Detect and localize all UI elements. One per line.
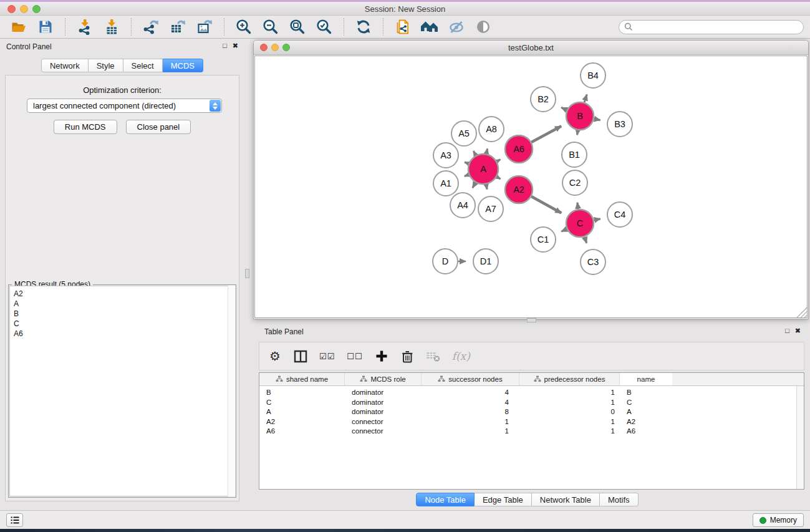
export-network-icon[interactable] (140, 17, 162, 36)
tab-node-table[interactable]: Node Table (416, 493, 475, 506)
mcds-result-list[interactable]: A2ABCA6 (9, 286, 235, 496)
memory-button[interactable]: Memory (753, 513, 804, 527)
table-cell[interactable]: 1 (519, 427, 620, 437)
graph-edge-C-C3[interactable] (584, 237, 586, 243)
table-cell[interactable]: 1 (422, 417, 519, 427)
close-panel-icon[interactable]: ✖ (233, 42, 238, 50)
graph-edge-C-C2[interactable] (577, 203, 578, 209)
open-session-icon[interactable] (7, 17, 30, 36)
graph-edge-B-B4[interactable] (584, 94, 587, 102)
tab-network[interactable]: Network (41, 59, 89, 72)
tab-mcds[interactable]: MCDS (163, 59, 203, 72)
table-cell[interactable]: 1 (519, 417, 620, 427)
table-row[interactable]: Cdominator41C (259, 398, 804, 408)
export-image-icon[interactable] (193, 17, 216, 36)
delete-icon[interactable] (400, 348, 414, 364)
add-column-icon[interactable] (375, 348, 388, 364)
graph-edge-A-A2[interactable] (497, 177, 501, 179)
table-cell[interactable]: dominator (345, 388, 422, 398)
table-cell[interactable]: A6 (259, 427, 345, 437)
table-cell[interactable]: B (620, 388, 672, 398)
table-cell[interactable]: A2 (620, 417, 672, 427)
graph-edge-A-A7[interactable] (486, 185, 487, 190)
table-cell[interactable]: C (620, 398, 672, 408)
column-header-predecessor-nodes[interactable]: predecessor nodes (519, 373, 620, 385)
search-input[interactable] (636, 22, 798, 31)
function-builder-icon[interactable]: f(x) (452, 348, 470, 364)
table-cell[interactable]: 1 (519, 398, 620, 408)
graph-edge-A6-B[interactable] (531, 126, 561, 142)
zoom-selected-icon[interactable] (313, 17, 335, 36)
graph-edge-A-A1[interactable] (465, 175, 469, 177)
tab-network-table[interactable]: Network Table (532, 493, 600, 506)
table-cell[interactable]: C (259, 398, 345, 408)
mcds-result-item[interactable]: B (14, 309, 231, 319)
export-table-icon[interactable] (166, 17, 189, 36)
table-cell[interactable]: A (620, 407, 672, 417)
table-row[interactable]: A2connector11A2 (259, 417, 804, 427)
show-columns-icon[interactable] (294, 348, 307, 364)
table-cell[interactable]: 1 (422, 427, 519, 437)
deselect-all-columns-icon[interactable]: ☐☐ (347, 348, 362, 364)
zoom-fit-icon[interactable] (286, 17, 309, 36)
table-cell[interactable]: A (259, 407, 345, 417)
graph-edge-A-A4[interactable] (473, 183, 476, 188)
import-table-icon[interactable] (100, 17, 123, 36)
graph-edge-C-C4[interactable] (594, 219, 600, 220)
double-home-icon[interactable] (418, 17, 441, 36)
float-table-panel-icon[interactable]: □ (785, 327, 789, 335)
delete-table-icon[interactable] (426, 348, 440, 364)
criterion-dropdown[interactable]: largest connected component (directed) (27, 99, 222, 113)
horizontal-split-grip[interactable] (527, 318, 536, 322)
table-cell[interactable]: A2 (259, 417, 345, 427)
table-cell[interactable]: 4 (422, 398, 519, 408)
zoom-out-icon[interactable] (259, 17, 282, 36)
graph-edge-B-B1[interactable] (577, 130, 578, 135)
table-cell[interactable]: connector (345, 427, 422, 437)
table-cell[interactable]: B (259, 388, 345, 398)
graph-edge-A-A8[interactable] (486, 148, 488, 153)
close-table-panel-icon[interactable]: ✖ (795, 327, 801, 335)
table-cell[interactable]: dominator (345, 398, 422, 408)
task-history-button[interactable] (6, 513, 23, 527)
network-graph[interactable]: B4B2BB3A5A8A6A3AB1A1C2A2A4A7CC4C1C3DD1 (255, 56, 808, 319)
graph-edge-A2-C[interactable] (531, 196, 561, 213)
select-all-columns-icon[interactable]: ☑☑ (319, 348, 335, 364)
hide-graphics-details-icon[interactable] (445, 17, 468, 36)
graph-edge-C-C1[interactable] (561, 229, 567, 231)
table-cell[interactable]: A6 (620, 427, 672, 437)
column-header-MCDS-role[interactable]: MCDS role (345, 373, 422, 385)
tab-style[interactable]: Style (89, 59, 123, 72)
close-panel-button[interactable]: Close panel (126, 120, 191, 134)
table-cell[interactable]: 8 (422, 407, 519, 417)
column-header-name[interactable]: name (620, 373, 672, 385)
zoom-in-icon[interactable] (233, 17, 255, 36)
table-row[interactable]: Adominator80A (259, 407, 804, 417)
table-cell[interactable]: 0 (519, 407, 620, 417)
run-mcds-button[interactable]: Run MCDS (54, 120, 117, 134)
table-scrollbar[interactable] (796, 386, 804, 489)
clone-network-icon[interactable] (392, 17, 414, 36)
mcds-result-item[interactable]: A (14, 299, 231, 309)
network-canvas[interactable]: B4B2BB3A5A8A6A3AB1A1C2A2A4A7CC4C1C3DD1 (254, 56, 808, 318)
import-network-icon[interactable] (74, 17, 96, 36)
table-settings-gear-icon[interactable]: ⚙ (268, 348, 282, 364)
graph-edge-A-A3[interactable] (465, 162, 468, 163)
table-cell[interactable]: 4 (422, 388, 519, 398)
graph-edge-B-B3[interactable] (594, 119, 600, 120)
network-search-box[interactable] (619, 20, 804, 34)
save-session-icon[interactable] (34, 17, 57, 36)
tab-edge-table[interactable]: Edge Table (475, 493, 532, 506)
table-cell[interactable]: connector (345, 417, 422, 427)
vertical-split-grip[interactable] (245, 269, 249, 278)
show-graphics-details-icon[interactable] (472, 17, 494, 36)
tab-select[interactable]: Select (123, 59, 163, 72)
tab-motifs[interactable]: Motifs (600, 493, 639, 506)
refresh-layout-icon[interactable] (352, 17, 375, 36)
graph-edge-A-A5[interactable] (473, 151, 476, 155)
column-header-shared-name[interactable]: shared name (259, 373, 345, 385)
mcds-result-item[interactable]: C (14, 319, 231, 329)
mcds-result-item[interactable]: A2 (14, 289, 231, 299)
table-row[interactable]: Bdominator41B (259, 388, 804, 398)
mcds-result-item[interactable]: A6 (14, 329, 231, 339)
